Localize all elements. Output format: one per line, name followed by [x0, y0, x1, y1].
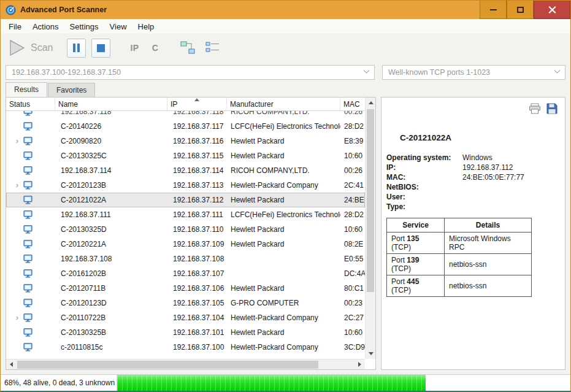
- computer-icon: [23, 298, 33, 308]
- menu-actions[interactable]: Actions: [27, 19, 64, 34]
- scroll-down-button[interactable]: [366, 348, 376, 359]
- window-title: Advanced Port Scanner: [20, 6, 107, 14]
- table-row[interactable]: C-20121022A192.168.37.112Hewlett Packard…: [6, 193, 365, 207]
- row-status-cell: [6, 151, 55, 161]
- ip-range-combobox[interactable]: 192.168.37.100-192.168.37.150: [6, 65, 375, 80]
- table-row[interactable]: 192.168.37.118192.168.37.118RICOH COMPAN…: [6, 111, 365, 119]
- row-name: C-20090820: [55, 137, 167, 145]
- address-bar: 192.168.37.100-192.168.37.150 Well-known…: [1, 62, 570, 82]
- chevron-down-icon: [554, 67, 561, 74]
- menu-bar: FileActionsSettingsViewHelp: [1, 19, 570, 34]
- computer-icon: [23, 195, 33, 205]
- scroll-up-button[interactable]: [366, 98, 376, 108]
- pause-button[interactable]: [67, 39, 86, 58]
- column-header-status[interactable]: Status: [6, 98, 55, 110]
- computer-icon: [23, 136, 33, 146]
- row-name: 192.168.37.108: [55, 255, 167, 263]
- table-row[interactable]: c-20110815c192.168.37.100Hewlett-Packard…: [6, 340, 365, 355]
- expand-arrow-icon[interactable]: ›: [14, 313, 20, 322]
- row-status-cell: [6, 298, 55, 308]
- menu-settings[interactable]: Settings: [64, 19, 104, 34]
- table-row[interactable]: C-20130325D192.168.37.110Hewlett Packard…: [6, 222, 365, 237]
- column-header-ip[interactable]: IP: [167, 98, 227, 110]
- row-manufacturer: Hewlett Packard: [227, 196, 340, 204]
- maximize-icon: [517, 7, 524, 13]
- table-row[interactable]: C-20120711B192.168.37.106Hewlett Packard…: [6, 281, 365, 296]
- row-ip: 192.168.37.109: [167, 240, 227, 248]
- row-name: C-20120123D: [55, 299, 167, 307]
- tab-results[interactable]: Results: [6, 82, 47, 97]
- detail-field-value: [462, 202, 565, 212]
- table-row[interactable]: C-20130325B192.168.37.101Hewlett Packard…: [6, 325, 365, 340]
- column-header-mac[interactable]: MAC: [340, 98, 365, 110]
- table-row[interactable]: ›C-20120123B192.168.37.113Hewlett-Packar…: [6, 178, 365, 193]
- computer-icon: [23, 269, 33, 279]
- save-button[interactable]: [546, 103, 558, 114]
- class-c-tool-button[interactable]: C: [148, 39, 163, 56]
- row-name: C-20161202B: [55, 269, 167, 278]
- row-name: C-20120123B: [55, 181, 167, 190]
- network-topology-icon: [180, 41, 195, 55]
- table-row[interactable]: C-20161202B192.168.37.107DC:4A: [6, 266, 365, 281]
- row-mac: DC:4A: [340, 269, 365, 278]
- service-row: Port 135 (TCP)Microsoft Windows RPC: [387, 233, 532, 254]
- row-name: C-20140226: [55, 122, 167, 131]
- computer-icon: [23, 328, 33, 337]
- row-manufacturer: Hewlett Packard: [227, 328, 340, 337]
- maximize-button[interactable]: [507, 1, 534, 19]
- row-manufacturer: Hewlett Packard: [227, 240, 340, 248]
- menu-view[interactable]: View: [104, 19, 132, 34]
- horizontal-scrollbar-thumb[interactable]: [17, 361, 318, 369]
- computer-icon: [23, 239, 33, 249]
- row-ip: 192.168.37.111: [167, 210, 227, 219]
- row-ip: 192.168.37.117: [167, 122, 227, 131]
- table-row[interactable]: ›C-20110722B192.168.37.104Hewlett-Packar…: [6, 310, 365, 325]
- row-name: C-20130325B: [55, 328, 167, 337]
- menu-help[interactable]: Help: [132, 19, 160, 34]
- table-row[interactable]: 192.168.37.111192.168.37.111LCFC(HeFei) …: [6, 207, 365, 222]
- row-mac: 2C:27: [340, 313, 365, 322]
- row-status-cell: [6, 254, 55, 264]
- row-name: 192.168.37.114: [55, 166, 167, 175]
- minimize-button[interactable]: [480, 1, 507, 19]
- ports-combobox[interactable]: Well-known TCP ports 1-1023: [382, 65, 565, 80]
- print-button[interactable]: [529, 103, 541, 114]
- table-row[interactable]: 192.168.37.114192.168.37.114RICOH COMPAN…: [6, 163, 365, 178]
- table-row[interactable]: C-20120123D192.168.37.105G-PRO COMPUTER0…: [6, 296, 365, 310]
- column-header-name[interactable]: Name: [55, 98, 167, 110]
- expand-arrow-icon[interactable]: ›: [14, 181, 20, 190]
- row-name: C-20121022A: [55, 196, 167, 204]
- scroll-right-button[interactable]: [354, 359, 365, 370]
- table-row[interactable]: ›C-20090820192.168.37.116Hewlett Packard…: [6, 134, 365, 148]
- row-status-cell: [6, 328, 55, 337]
- computer-icon: [23, 254, 33, 264]
- view-list-button[interactable]: [203, 39, 223, 57]
- stop-button[interactable]: [91, 39, 110, 58]
- menu-file[interactable]: File: [3, 19, 27, 34]
- detail-field-label: Type:: [386, 202, 462, 212]
- tab-favorites[interactable]: Favorites: [48, 83, 95, 97]
- network-topology-button[interactable]: [178, 39, 197, 57]
- ip-tool-button[interactable]: IP: [126, 39, 142, 56]
- table-row[interactable]: C-20120221A192.168.37.109Hewlett Packard…: [6, 237, 365, 252]
- close-button[interactable]: [534, 1, 570, 19]
- scan-button-label: Scan: [31, 42, 53, 53]
- expand-arrow-icon[interactable]: ›: [14, 137, 20, 145]
- horizontal-scrollbar[interactable]: [6, 359, 365, 369]
- table-row[interactable]: C-20140226192.168.37.117LCFC(HeFei) Elec…: [6, 119, 365, 134]
- scan-button[interactable]: Scan: [7, 37, 61, 58]
- row-ip: 192.168.37.118: [167, 111, 227, 119]
- detail-field-value: Windows: [462, 153, 565, 163]
- stop-icon: [97, 44, 105, 52]
- table-row[interactable]: 192.168.37.108192.168.37.108E0:55: [6, 252, 365, 266]
- scroll-left-button[interactable]: [6, 359, 17, 370]
- services-column-details: Details: [445, 218, 532, 233]
- computer-icon: [23, 166, 33, 175]
- column-header-manufacturer[interactable]: Manufacturer: [227, 98, 340, 110]
- vertical-scrollbar[interactable]: [365, 98, 375, 359]
- table-row[interactable]: C-20130325C192.168.37.115Hewlett Packard…: [6, 148, 365, 163]
- vertical-scrollbar-thumb[interactable]: [367, 109, 374, 292]
- row-manufacturer: Hewlett Packard: [227, 137, 340, 145]
- row-ip: 192.168.37.112: [167, 196, 227, 204]
- row-ip: 192.168.37.107: [167, 269, 227, 278]
